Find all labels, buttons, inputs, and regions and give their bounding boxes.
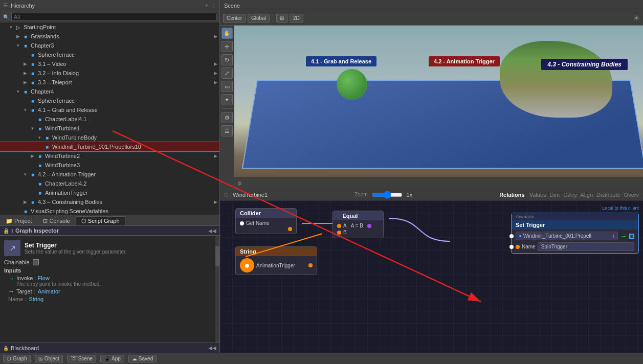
hierarchy-add-btn[interactable]: + [205, 3, 208, 8]
tab-console[interactable]: ⊡ Console [37, 216, 75, 225]
tree-arrow: ▾ [14, 89, 21, 94]
tree-arrow: ▾ [21, 172, 29, 177]
graph-canvas[interactable]: Collider Get Name [220, 200, 643, 353]
console-icon: ⊡ [43, 218, 48, 224]
hierarchy-search-bar: 🔍 [0, 11, 219, 22]
distribute-tab[interactable]: Distribute [596, 192, 620, 198]
hand-tool-btn[interactable]: ✋ [221, 28, 233, 39]
custom-tool-btn[interactable]: ⚙ [221, 112, 233, 123]
tree-item-visual-scripting[interactable]: ■ VisualScripting SceneVariables [0, 207, 219, 215]
inspector-scrollbar-thumb [215, 246, 219, 266]
dim-tab[interactable]: Dim [550, 192, 560, 198]
tree-item-video-31[interactable]: ▶ ■ 3.1 – Video ▶ [0, 59, 219, 69]
global-btn[interactable]: Global [248, 14, 270, 22]
tree-item-wind-turbine-3[interactable]: ■ WindTurbine3 [0, 161, 219, 170]
tree-item-chapter4[interactable]: ▾ ■ Chapter4 [0, 87, 219, 96]
scene-view[interactable]: ✋ ✛ ↻ ⤢ ▭ ✦ ⚙ ☰ [220, 26, 643, 189]
graph-btn[interactable]: ⬡ Graph [3, 355, 31, 362]
move-tool-btn[interactable]: ✛ [221, 41, 233, 52]
collapse-btn[interactable]: ◀◀ [208, 228, 216, 234]
invoke-label-type: Invoke : Flow [16, 275, 101, 281]
tree-arrow: ▶ [21, 61, 29, 66]
string-node-body: ● AnimationTrigger [236, 256, 317, 275]
tree-item-grasslands[interactable]: ▶ ■ Grasslands ▶ [0, 32, 219, 41]
port-output [240, 226, 292, 232]
tree-item-chapter-label-42[interactable]: ■ ChapterLabel4.2 [0, 179, 219, 188]
inspector-node-desc: Sets the value of the given trigger para… [25, 249, 127, 255]
scene-bottom-toolbar: ⚙ [234, 177, 643, 189]
hierarchy-icon: ☰ [3, 3, 8, 8]
tree-item-teleport-33[interactable]: ▶ ■ 3.3 – Teleport ▶ [0, 78, 219, 87]
chainable-checkbox[interactable] [33, 259, 39, 265]
cube-icon: ■ [21, 32, 30, 40]
tree-item-info-dialog-32[interactable]: ▶ ■ 3.2 – Info Dialog ▶ [0, 69, 219, 78]
folder-icon: ▷ [14, 23, 23, 31]
tree-item-grab-release-41[interactable]: ▾ ■ 4.1 – Grab and Release [0, 105, 219, 115]
name-field[interactable]: SpinTrigger [538, 242, 634, 251]
tab-script-graph[interactable]: ⬡ Script Graph [76, 216, 125, 225]
tree-label: SphereTerrace [38, 98, 75, 104]
scene-btn[interactable]: 🎬 Scene [67, 355, 96, 362]
settings-icon-sm[interactable]: ⚙ [237, 180, 242, 186]
tree-item-chapter-label-41[interactable]: ■ ChapterLabel4.1 [0, 115, 219, 124]
saved-btn[interactable]: ☁ Saved [128, 355, 157, 362]
settings-tool-btn[interactable]: ☰ [221, 125, 233, 136]
rotate-tool-btn[interactable]: ↻ [221, 54, 233, 65]
grid-btn[interactable]: ⊞ [276, 14, 287, 22]
tree-arrow: ▾ [21, 107, 29, 112]
zoom-value: 1x [407, 192, 413, 198]
search-input[interactable] [11, 13, 216, 21]
zoom-slider[interactable] [372, 191, 403, 199]
cube-icon: ■ [29, 69, 37, 77]
prop-field[interactable]: ■ Windmill_Turbine_001:Propell ℹ [516, 232, 618, 240]
tree-item-wind-turbine-body[interactable]: ▾ ■ WindTurbineBody [0, 133, 219, 142]
relations-tab[interactable]: Relations [499, 192, 525, 198]
tree-label: WindTurbineBody [52, 134, 97, 141]
tree-arrow: ▶ [21, 71, 29, 76]
mode2d-btn[interactable]: 2D [290, 14, 303, 22]
inspector-scrollbar[interactable] [215, 236, 219, 343]
values-tab[interactable]: Values [529, 192, 546, 198]
tree-arrow: ▾ [29, 126, 36, 131]
port-dot-b [337, 231, 341, 235]
transform-tool-btn[interactable]: ✦ [221, 94, 233, 105]
tree-item-windmill-propellors[interactable]: ■ Windmill_Turbine_001:Propellors10 [0, 142, 219, 151]
rect-tool-btn[interactable]: ▭ [221, 81, 233, 92]
overv-tab[interactable]: Overv [624, 192, 639, 198]
tree-item-constraining-43[interactable]: ▶ ■ 4.3 – Constraining Bodies ▶ [0, 197, 219, 207]
tree-item-animation-trigger-42[interactable]: ▾ ■ 4.2 – Animation Trigger [0, 170, 219, 179]
tree-item-animation-trigger[interactable]: ■ AnimationTrigger [0, 188, 219, 197]
object-btn[interactable]: ◎ Object [35, 355, 63, 362]
arrow-right-icon: → [8, 275, 14, 282]
cube-icon: ■ [36, 161, 44, 169]
left-panel: ☰ Hierarchy + ⋮ 🔍 ▾ ▷ StartingPoint [0, 0, 220, 353]
port-dot-white [240, 221, 244, 225]
tree-arrow: ▾ [7, 25, 14, 30]
scale-tool-btn[interactable]: ⤢ [221, 67, 233, 79]
app-btn[interactable]: 📱 App [100, 355, 124, 362]
string-node-header: String [236, 247, 317, 256]
center-btn[interactable]: Center [223, 14, 246, 22]
cube-icon: ■ [36, 124, 44, 132]
wind-turbine-label: WindTurbine1 [233, 192, 268, 198]
tree-item-wind-turbine-2[interactable]: ▶ ■ WindTurbine2 ▶ [0, 151, 219, 161]
tree-item-wind-turbine-1[interactable]: ▾ ■ WindTurbine1 [0, 124, 219, 133]
hierarchy-more-btn[interactable]: ⋮ [211, 3, 216, 8]
tree-item-sphere-terrace-1[interactable]: ■ SphereTerrace [0, 50, 219, 59]
tree-item-starting-point[interactable]: ▾ ▷ StartingPoint [0, 22, 219, 32]
tab-project[interactable]: 📁 Project [0, 216, 37, 225]
name-row: Name : String [4, 296, 215, 302]
tree-item-sphere-terrace-2[interactable]: ■ SphereTerrace [0, 96, 219, 105]
collider-node-body: Get Name [236, 218, 296, 234]
blackboard-collapse-btn[interactable]: ◀◀ [208, 345, 216, 351]
carry-tab[interactable]: Carry [563, 192, 577, 198]
align-tab[interactable]: Align [581, 192, 593, 198]
tree-label: 4.1 – Grab and Release [38, 107, 98, 113]
cube-icon: ■ [29, 198, 37, 206]
cube-icon: ■ [21, 41, 30, 50]
tree-arrow: ▶ [14, 34, 21, 39]
tree-label: WindTurbine1 [45, 125, 80, 131]
tree-item-chapter3[interactable]: ▾ ■ Chapter3 [0, 41, 219, 50]
tree-label: ChapterLabel4.1 [45, 116, 86, 122]
invoke-desc: The entry point to invoke the method. [16, 281, 101, 287]
